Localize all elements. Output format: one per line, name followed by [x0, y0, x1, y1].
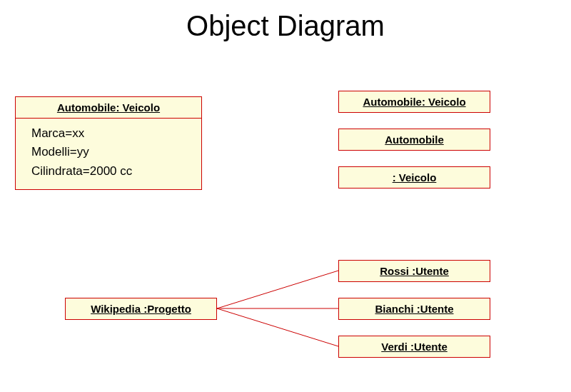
- link-progetto-verdi: [217, 308, 338, 346]
- object-label: Verdi :Utente: [339, 336, 490, 357]
- object-verdi-utente: Verdi :Utente: [338, 336, 490, 358]
- connectors: [0, 0, 571, 392]
- object-automobile-full: Automobile: Veicolo Marca=xx Modelli=yy …: [15, 96, 202, 190]
- object-attributes: Marca=xx Modelli=yy Cilindrata=2000 cc: [16, 118, 201, 188]
- attr-row: Cilindrata=2000 cc: [31, 162, 194, 181]
- object-label: Automobile: [339, 129, 490, 150]
- object-veicolo-anon: : Veicolo: [338, 166, 490, 189]
- object-automobile: Automobile: [338, 129, 490, 151]
- attr-row: Marca=xx: [31, 124, 194, 143]
- object-bianchi-utente: Bianchi :Utente: [338, 298, 490, 320]
- object-label: Bianchi :Utente: [339, 298, 490, 319]
- object-label: Rossi :Utente: [339, 261, 490, 281]
- object-header: Automobile: Veicolo: [16, 97, 201, 118]
- diagram-title: Object Diagram: [0, 10, 571, 42]
- object-rossi-utente: Rossi :Utente: [338, 260, 490, 282]
- object-automobile-veicolo: Automobile: Veicolo: [338, 91, 490, 113]
- object-label: Automobile: Veicolo: [339, 91, 490, 112]
- attr-row: Modelli=yy: [31, 143, 194, 161]
- object-label: : Veicolo: [339, 167, 490, 188]
- link-progetto-rossi: [217, 271, 338, 308]
- object-label: Wikipedia :Progetto: [66, 298, 216, 319]
- object-wikipedia-progetto: Wikipedia :Progetto: [65, 298, 217, 320]
